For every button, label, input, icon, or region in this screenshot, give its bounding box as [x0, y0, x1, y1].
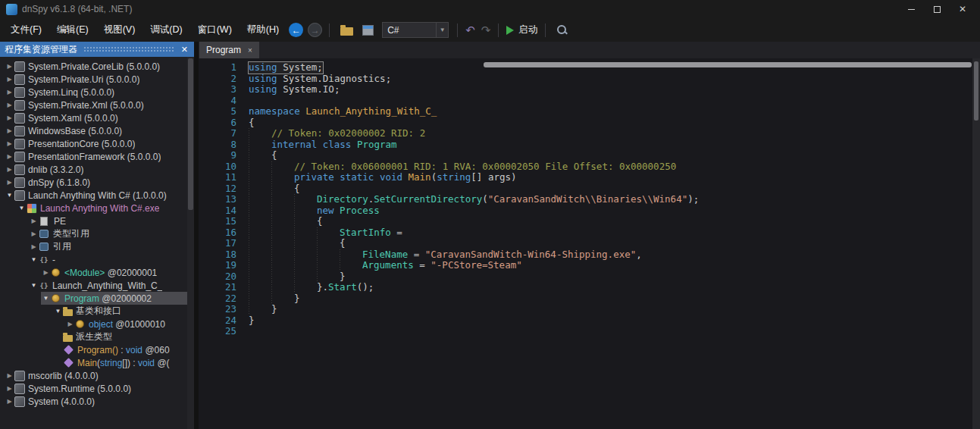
tree-item[interactable]: ▶PE	[0, 214, 194, 227]
tree-item[interactable]: ▼Launch Anything With C# (1.0.0.0)	[0, 189, 194, 202]
tab-close-icon[interactable]: ×	[248, 46, 252, 55]
tree-item[interactable]: ▶System.Xaml (5.0.0.0)	[0, 111, 194, 124]
expander-icon[interactable]: ▶	[29, 243, 39, 250]
code-line[interactable]: 7// Token: 0x02000002 RID: 2	[199, 128, 980, 139]
expander-icon[interactable]: ▶	[41, 269, 51, 276]
menu-item[interactable]: 视图(V)	[96, 18, 143, 42]
code-line[interactable]: 21}.Start();	[199, 282, 980, 293]
expander-icon[interactable]: ▶	[5, 153, 14, 160]
panel-grip[interactable]	[83, 46, 174, 53]
tree-item[interactable]: ▼{}-	[0, 253, 194, 266]
expander-icon[interactable]: ▶	[5, 140, 14, 147]
code-line[interactable]: 15{	[199, 216, 980, 227]
tree-item[interactable]: 派生类型	[0, 330, 194, 343]
expander-icon[interactable]: ▶	[5, 398, 14, 405]
tree-item[interactable]: ▼{}Launch_Anything_With_C_	[0, 279, 194, 292]
expander-icon[interactable]: ▶	[65, 321, 75, 327]
expander-icon[interactable]: ▶	[5, 76, 14, 83]
tree-item[interactable]: ▶PresentationFramework (5.0.0.0)	[0, 150, 194, 163]
expander-icon[interactable]: ▼	[53, 308, 63, 315]
expander-icon[interactable]: ▶	[5, 166, 14, 173]
close-icon[interactable]: ✕	[950, 0, 975, 18]
code-line[interactable]: 19Arguments = "-PCStore=Steam"	[199, 260, 980, 271]
expander-icon[interactable]: ▶	[5, 102, 14, 108]
chevron-down-icon[interactable]: ▼	[436, 23, 448, 37]
code-line[interactable]: 17{	[199, 238, 980, 249]
start-button[interactable]: 启动	[506, 23, 537, 36]
menu-item[interactable]: 窗口(W)	[190, 18, 240, 42]
expander-icon[interactable]: ▶	[29, 230, 39, 237]
tree-item[interactable]: ▶<Module> @02000001	[0, 266, 194, 279]
forward-icon[interactable]: →	[308, 23, 322, 37]
minimize-icon[interactable]	[898, 0, 924, 18]
tree-scrollbar[interactable]	[187, 57, 194, 429]
tree-item[interactable]: ▼Launch Anything With C#.exe	[0, 202, 194, 214]
assembly-explorer-header[interactable]: 程序集资源管理器 ✕	[0, 42, 194, 57]
code-line[interactable]: 20}	[199, 271, 980, 283]
tree-item[interactable]: ▶System.Linq (5.0.0.0)	[0, 86, 194, 99]
expander-icon[interactable]: ▶	[5, 127, 14, 134]
tree-item[interactable]: ▼Program @02000002	[0, 292, 194, 305]
code-line[interactable]: 3using System.IO;	[199, 84, 980, 96]
tree-item[interactable]: ▶WindowsBase (5.0.0.0)	[0, 124, 194, 137]
expander-icon[interactable]: ▶	[29, 218, 39, 224]
expander-icon[interactable]: ▼	[5, 192, 14, 199]
code-line[interactable]: 24}	[199, 315, 980, 327]
tree-item[interactable]: ▼基类和接口	[0, 305, 194, 318]
menu-item[interactable]: 编辑(E)	[49, 18, 96, 42]
code-line[interactable]: 13Directory.SetCurrentDirectory("Caravan…	[199, 194, 980, 205]
expander-icon[interactable]: ▼	[29, 256, 39, 263]
code-line[interactable]: 10// Token: 0x06000001 RID: 1 RVA: 0x000…	[199, 161, 980, 173]
expander-icon[interactable]: ▶	[5, 89, 14, 96]
tab-program[interactable]: Program ×	[199, 42, 259, 58]
save-all-icon[interactable]	[362, 25, 374, 36]
code-line[interactable]: 22}	[199, 293, 980, 305]
search-icon[interactable]	[556, 24, 568, 36]
tree-item[interactable]: Program() : void @060	[0, 343, 194, 356]
expander-icon[interactable]: ▼	[17, 205, 27, 211]
code-line[interactable]: 6{	[199, 117, 980, 129]
expander-icon[interactable]: ▼	[29, 282, 39, 289]
expander-icon[interactable]: ▼	[41, 295, 51, 302]
tree-item[interactable]: ▶dnlib (3.3.2.0)	[0, 163, 194, 176]
tree-item[interactable]: ▶引用	[0, 240, 194, 253]
back-icon[interactable]: ←	[289, 23, 303, 37]
close-panel-icon[interactable]: ✕	[180, 45, 189, 55]
tree-item[interactable]: ▶System.Private.Xml (5.0.0.0)	[0, 99, 194, 111]
code-line[interactable]: 23}	[199, 304, 980, 315]
tree-item[interactable]: ▶System (4.0.0.0)	[0, 395, 194, 408]
tree-item[interactable]: ▶PresentationCore (5.0.0.0)	[0, 137, 194, 150]
code-line[interactable]: 9{	[199, 150, 980, 161]
code-line[interactable]: 11private static void Main(string[] args…	[199, 172, 980, 183]
code-line[interactable]: 18FileName = "CaravanSandWitch-Win64-Shi…	[199, 249, 980, 261]
tree-item[interactable]: ▶object @01000010	[0, 318, 194, 330]
tree-item[interactable]: ▶System.Private.Uri (5.0.0.0)	[0, 73, 194, 86]
tree-scrollbar-thumb[interactable]	[188, 58, 193, 210]
code-editor[interactable]: 1using System;2using System.Diagnostics;…	[199, 58, 980, 429]
menu-item[interactable]: 帮助(H)	[240, 18, 286, 42]
code-line[interactable]: 12{	[199, 183, 980, 195]
redo-icon[interactable]: ↷	[481, 23, 491, 37]
tree-item[interactable]: ▶System.Private.CoreLib (5.0.0.0)	[0, 60, 194, 73]
code-line[interactable]: 2using System.Diagnostics;	[199, 74, 980, 85]
tree-item[interactable]: Main(string[]) : void @(	[0, 356, 194, 369]
tree-item[interactable]: ▶dnSpy (6.1.8.0)	[0, 176, 194, 189]
editor-scrollbar[interactable]	[972, 58, 980, 429]
tree-item[interactable]: ▶System.Runtime (5.0.0.0)	[0, 382, 194, 395]
code-line[interactable]: 25	[199, 326, 980, 337]
menu-item[interactable]: 调试(D)	[142, 18, 189, 42]
code-line[interactable]: 4	[199, 96, 980, 107]
code-line[interactable]: 5namespace Launch_Anything_With_C_	[199, 106, 980, 117]
tree-item[interactable]: ▶类型引用	[0, 227, 194, 240]
editor-scrollbar-thumb[interactable]	[974, 61, 978, 121]
undo-icon[interactable]: ↶	[465, 23, 475, 37]
expander-icon[interactable]: ▶	[5, 63, 14, 70]
menu-item[interactable]: 文件(F)	[3, 18, 49, 42]
code-line[interactable]: 16StartInfo =	[199, 227, 980, 239]
editor-hscrollbar-thumb[interactable]	[484, 62, 972, 67]
code-line[interactable]: 8internal class Program	[199, 139, 980, 151]
maximize-icon[interactable]	[924, 0, 950, 18]
language-combo[interactable]: C# ▼	[382, 22, 449, 38]
open-folder-icon[interactable]	[340, 27, 353, 36]
expander-icon[interactable]: ▶	[5, 114, 14, 121]
